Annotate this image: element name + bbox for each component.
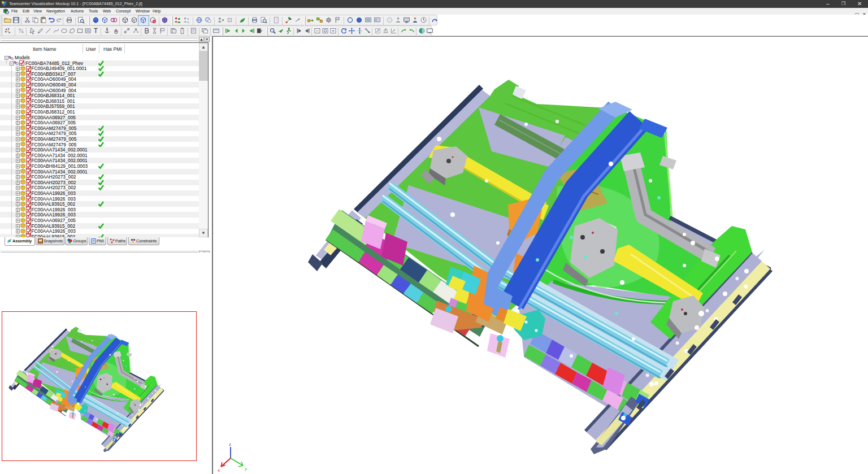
svg-text:y: y — [245, 466, 247, 471]
svg-text:x: x — [218, 468, 220, 473]
svg-text:z: z — [229, 442, 231, 447]
